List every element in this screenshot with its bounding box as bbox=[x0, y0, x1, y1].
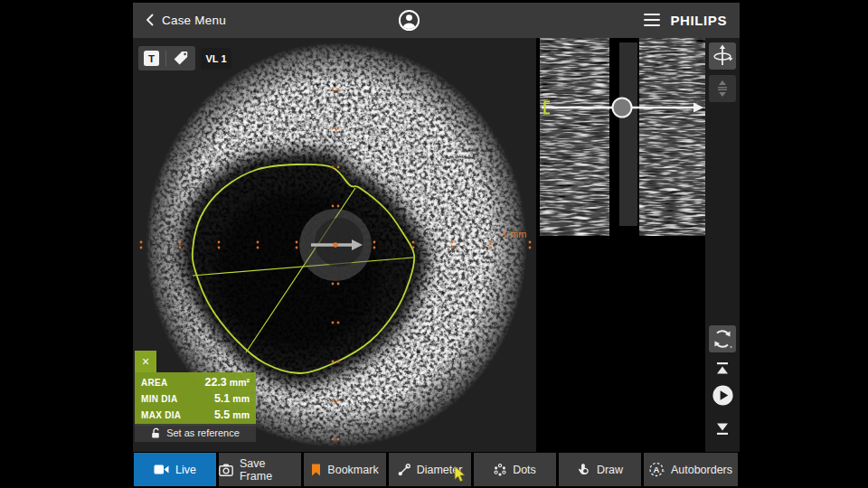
autoborders-button[interactable]: A Autoborders bbox=[644, 453, 738, 486]
page-title: Case Menu bbox=[162, 3, 226, 38]
dots-button[interactable]: Dots bbox=[474, 453, 556, 486]
back-chevron-icon bbox=[145, 13, 156, 27]
vertical-adjust-icon bbox=[715, 80, 730, 98]
right-rail bbox=[705, 38, 740, 452]
strip-divider bbox=[619, 42, 637, 226]
content-area: 1 mm T VL 1 × bbox=[133, 38, 740, 452]
skip-top-icon bbox=[714, 361, 731, 376]
tag-tool-icon[interactable] bbox=[173, 50, 190, 67]
back-button[interactable] bbox=[140, 10, 160, 30]
bookmark-icon bbox=[311, 464, 321, 476]
measurement-row-min-dia: MIN DIA 5.1 mm bbox=[135, 390, 256, 407]
longitudinal-strips bbox=[543, 42, 702, 226]
camcorder-icon bbox=[154, 464, 169, 475]
measurement-panel: AREA 22.3 mm² MIN DIA 5.1 mm MAX DIA 5.5… bbox=[135, 372, 256, 426]
tools-divider bbox=[165, 51, 166, 66]
camera-icon bbox=[219, 464, 233, 476]
diameter-button[interactable]: Diameter bbox=[389, 453, 471, 486]
skip-to-first-frame-button[interactable] bbox=[709, 355, 736, 382]
bottom-toolbar: Live Save Frame Bookmark Diameter bbox=[133, 453, 740, 486]
ild-strip-right bbox=[643, 42, 702, 226]
screen: { "header": { "title": "Case Menu", "bra… bbox=[0, 0, 868, 488]
skip-bottom-icon bbox=[714, 421, 731, 436]
philips-logo: PHILIPS bbox=[670, 3, 727, 38]
vertical-adjust-button[interactable] bbox=[709, 75, 736, 102]
svg-text:A: A bbox=[654, 465, 660, 474]
catheter-center-dot bbox=[333, 242, 337, 247]
rotate-axis-icon bbox=[712, 44, 733, 68]
bookmark-button[interactable]: Bookmark bbox=[304, 453, 386, 486]
measurement-row-area: AREA 22.3 mm² bbox=[135, 374, 256, 390]
text-annotation-tool[interactable]: T bbox=[144, 51, 159, 66]
slider-handle[interactable] bbox=[613, 99, 632, 117]
measurement-close-button[interactable]: × bbox=[135, 351, 156, 372]
draw-button[interactable]: Draw bbox=[559, 453, 641, 486]
top-bar: Case Menu PHILIPS bbox=[133, 3, 740, 38]
live-button[interactable]: Live bbox=[134, 453, 216, 486]
autoborders-icon: A bbox=[649, 462, 665, 477]
vessel-label-badge[interactable]: VL 1 bbox=[201, 48, 231, 70]
user-avatar-icon[interactable] bbox=[398, 9, 420, 32]
draw-hand-icon bbox=[577, 463, 590, 476]
measurement-row-max-dia: MAX DIA 5.5 mm bbox=[135, 407, 256, 423]
refresh-icon bbox=[712, 328, 733, 350]
lock-open-icon bbox=[151, 427, 161, 439]
diameter-icon bbox=[398, 464, 410, 476]
set-as-reference-button[interactable]: Set as reference bbox=[135, 424, 256, 442]
dots-icon bbox=[494, 464, 506, 476]
play-button[interactable] bbox=[709, 381, 736, 408]
save-frame-button[interactable]: Save Frame bbox=[219, 453, 301, 486]
ild-strip-left bbox=[543, 42, 606, 226]
ivus-app-window: Case Menu PHILIPS bbox=[133, 3, 740, 486]
rotate-axis-button[interactable] bbox=[709, 42, 736, 70]
scale-label: 1 mm bbox=[502, 229, 527, 239]
refresh-button[interactable] bbox=[709, 325, 736, 352]
image-tools-group: T bbox=[138, 46, 195, 70]
play-icon bbox=[711, 383, 735, 408]
skip-to-last-frame-button[interactable] bbox=[709, 415, 736, 442]
hamburger-menu-icon[interactable] bbox=[644, 14, 660, 26]
